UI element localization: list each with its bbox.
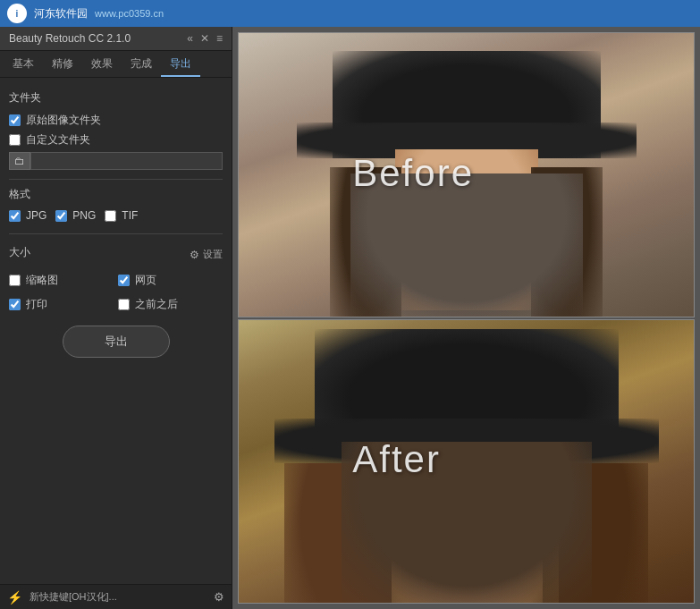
original-folder-row: 原始图像文件夹 [9,113,223,128]
bottom-gear-icon[interactable]: ⚙ [214,590,224,604]
folder-section-title: 文件夹 [9,90,223,106]
tab-bar: 基本 精修 效果 完成 导出 [0,51,232,78]
tab-finish[interactable]: 完成 [122,51,161,77]
format-row: JPG PNG TIF [9,209,223,226]
divider-1 [9,179,223,180]
custom-folder-label: 自定义文件夹 [26,132,90,148]
before-body-shape [350,173,583,317]
format-section-title: 格式 [9,187,223,202]
panel-title: Beauty Retouch CC 2.1.0 [9,32,131,45]
tab-retouch[interactable]: 精修 [43,51,82,77]
before-image-container: Before [238,32,695,317]
export-button[interactable]: 导出 [63,326,170,358]
print-row: 打印 [9,297,114,312]
web-label: 网页 [135,273,156,288]
jpg-label: JPG [26,209,46,222]
collapse-icon[interactable]: « [187,32,193,45]
panel-header: Beauty Retouch CC 2.1.0 « ✕ ≡ [0,27,232,51]
print-checkbox[interactable] [9,299,21,310]
tif-label: TIF [122,209,138,222]
web-checkbox[interactable] [118,275,130,286]
jpg-checkbox[interactable] [9,210,21,222]
custom-folder-checkbox[interactable] [9,134,21,146]
folder-path-input[interactable] [30,152,223,170]
size-section-title: 大小 [9,245,30,260]
site-logo: i [7,4,27,23]
site-url: www.pc0359.cn [95,8,164,19]
folder-browse-button[interactable]: 🗀 [9,152,30,170]
web-row: 网页 [118,273,223,288]
tab-basic[interactable]: 基本 [4,51,43,77]
close-icon[interactable]: ✕ [200,32,209,45]
panel-content: 文件夹 原始图像文件夹 自定义文件夹 🗀 格式 JPG [0,78,232,584]
size-grid: 缩略图 网页 打印 之前之后 [9,273,223,317]
site-name: 河东软件园 [34,6,88,21]
print-label: 打印 [26,297,47,312]
before-after-row: 之前之后 [118,297,223,312]
custom-folder-row: 自定义文件夹 [9,132,223,148]
tif-checkbox[interactable] [105,210,116,222]
menu-icon[interactable]: ≡ [216,32,223,45]
settings-gear-icon: ⚙ [190,249,199,261]
thumbnail-label: 缩略图 [26,273,58,288]
original-folder-checkbox[interactable] [9,114,21,126]
original-folder-label: 原始图像文件夹 [26,113,101,128]
jpg-row: JPG [9,209,46,222]
before-after-label: 之前之后 [135,297,178,312]
top-bar: i 河东软件园 www.pc0359.cn [0,0,700,27]
thumbnail-checkbox[interactable] [9,275,21,286]
tab-effect[interactable]: 效果 [82,51,122,77]
tab-export[interactable]: 导出 [161,51,200,77]
right-panel: Before After [232,27,700,609]
panel-header-controls: « ✕ ≡ [187,32,223,45]
after-body-shape [342,442,592,603]
lightning-icon: ⚡ [7,590,22,605]
shortcut-text: 新快捷键[OH汉化]... [30,590,207,604]
after-image-container: After [238,319,695,605]
png-label: PNG [72,209,96,222]
settings-label: 设置 [203,248,223,261]
thumbnail-row: 缩略图 [9,273,114,288]
size-settings-button[interactable]: ⚙ 设置 [190,248,223,261]
size-header: 大小 ⚙ 设置 [9,241,223,267]
png-row: PNG [55,209,96,222]
main-layout: Beauty Retouch CC 2.1.0 « ✕ ≡ 基本 精修 效果 完… [0,27,700,609]
folder-path-input-row: 🗀 [9,152,223,170]
logo-text: i [16,9,19,19]
left-panel: Beauty Retouch CC 2.1.0 « ✕ ≡ 基本 精修 效果 完… [0,27,232,609]
png-checkbox[interactable] [55,210,67,222]
bottom-bar: ⚡ 新快捷键[OH汉化]... ⚙ [0,584,232,609]
before-after-checkbox[interactable] [118,299,130,310]
divider-2 [9,233,223,234]
tif-row: TIF [105,209,138,222]
